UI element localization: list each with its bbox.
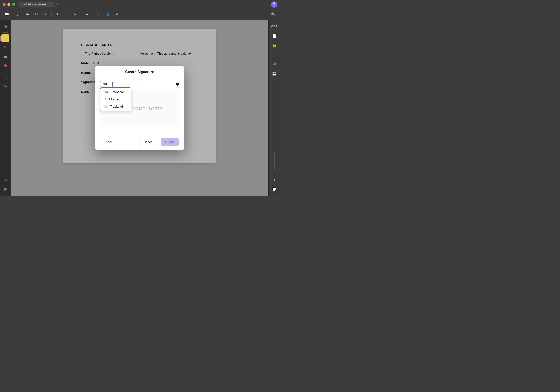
- user-avatar[interactable]: T: [271, 1, 277, 8]
- text-tool-icon[interactable]: T: [42, 11, 49, 18]
- tab-title: marketing-agreement: [22, 3, 47, 6]
- keyboard-option-label: Keyboard: [110, 90, 124, 94]
- trackpad-option-icon: ⬜: [104, 105, 108, 108]
- dialog-footer: Clear Cancel Create: [95, 135, 184, 150]
- maximize-button[interactable]: [12, 3, 15, 6]
- sidebar-divider-1: [3, 32, 8, 32]
- scrollbar[interactable]: [274, 152, 275, 170]
- pen-tool-icon[interactable]: ✒: [84, 11, 90, 18]
- keyboard-icon: ⌨: [103, 83, 107, 86]
- person-tool-icon[interactable]: 👤: [105, 11, 111, 18]
- close-button[interactable]: [3, 3, 6, 6]
- right-sidebar: OCR 📄 🔒 ↑ ✉ 💾 ✦ 💬: [268, 20, 280, 196]
- stamp-tool-icon[interactable]: 🖋: [114, 11, 120, 18]
- star-icon[interactable]: ✦: [270, 176, 279, 184]
- sidebar-panel-icon[interactable]: ⊞: [1, 22, 10, 30]
- sidebar-layers-icon[interactable]: ◫: [1, 73, 10, 81]
- method-mouse-option[interactable]: 🖱 Mouse: [100, 96, 131, 103]
- sidebar-divider-2: [3, 71, 8, 71]
- sidebar-list-icon[interactable]: ☰: [1, 52, 10, 60]
- keyboard-option-icon: ⌨: [104, 90, 108, 94]
- save-disk-icon[interactable]: 💾: [270, 69, 279, 78]
- export-file-icon[interactable]: 📄: [270, 32, 279, 40]
- shape-tool-icon[interactable]: ○: [96, 11, 102, 18]
- toolbar-divider-3: [81, 12, 81, 17]
- sidebar-bottom: ⧉ ⚑: [1, 176, 10, 193]
- text-bold-tool-icon[interactable]: T: [54, 11, 60, 18]
- text-box-tool-icon[interactable]: ▭: [63, 11, 70, 18]
- chat-icon[interactable]: 💬: [270, 185, 279, 193]
- mouse-option-icon: 🖱: [104, 98, 107, 101]
- new-tab-button[interactable]: +: [55, 1, 60, 7]
- color-picker-dot[interactable]: [176, 83, 179, 86]
- strikethrough-tool-icon[interactable]: S: [24, 11, 31, 18]
- method-dropdown: ⌨ Keyboard 🖱 Mouse ⬜ Trackpad: [100, 88, 131, 111]
- share-upload-icon[interactable]: ↑: [270, 51, 279, 59]
- method-trackpad-option[interactable]: ⬜ Trackpad: [100, 103, 131, 110]
- toolbar-divider-2: [51, 12, 52, 17]
- align-tool-icon[interactable]: ≡: [72, 11, 79, 18]
- underline-tool-icon[interactable]: U: [33, 11, 40, 18]
- dialog-body: ⌨ ▾ ⌨ Keyboard 🖱: [95, 77, 184, 135]
- secure-lock-icon[interactable]: 🔒: [270, 41, 279, 49]
- sidebar-stamp-icon[interactable]: ⊙: [1, 82, 10, 90]
- document-area: SIGNATURE AND D - The Parties hereby a A…: [11, 20, 268, 196]
- tab-marketing-agreement[interactable]: marketing-agreement ×: [19, 1, 54, 7]
- method-dropdown-button[interactable]: ⌨ ▾: [100, 81, 113, 88]
- method-keyboard-option[interactable]: ⌨ Keyboard: [100, 88, 131, 96]
- comment-tool-icon[interactable]: 💬: [4, 11, 10, 18]
- highlight-tool-icon[interactable]: 🖊: [15, 11, 22, 18]
- dropdown-chevron-icon: ▾: [109, 83, 110, 85]
- tab-close-button[interactable]: ×: [49, 3, 50, 6]
- toolbar-divider-4: [93, 12, 93, 17]
- mouse-option-label: Mouse: [109, 98, 119, 101]
- sidebar-edit-icon[interactable]: 🖊: [1, 34, 10, 42]
- trackpad-option-label: Trackpad: [110, 105, 123, 108]
- create-button[interactable]: Create: [161, 138, 179, 146]
- dialog-overlay: Create Signature ⌨ ▾ ⌨: [11, 20, 268, 196]
- mail-icon[interactable]: ✉: [270, 60, 279, 68]
- search-button[interactable]: 🔍: [270, 11, 276, 18]
- clear-button[interactable]: Clear: [100, 138, 117, 146]
- create-signature-dialog: Create Signature ⌨ ▾ ⌨: [95, 66, 184, 150]
- app-window: marketing-agreement × + T 💬 🖊 S U T T ▭ …: [0, 0, 280, 196]
- minimize-button[interactable]: [7, 3, 10, 6]
- sidebar-form-icon[interactable]: ✎: [1, 43, 10, 51]
- titlebar: marketing-agreement × + T: [0, 0, 280, 9]
- cancel-button[interactable]: Cancel: [139, 138, 158, 146]
- tab-bar: marketing-agreement × +: [19, 1, 60, 7]
- method-selector: ⌨ ▾ ⌨ Keyboard 🖱: [100, 81, 179, 88]
- ocr-icon[interactable]: OCR: [270, 22, 279, 30]
- main-area: ⊞ 🖊 ✎ ☰ 🔖 ◫ ⊙ ⧉ ⚑ SIGNATURE AND D - Th: [0, 20, 280, 196]
- sidebar-bookmark-icon[interactable]: 🔖: [1, 61, 10, 69]
- toolbar: 💬 🖊 S U T T ▭ ≡ ✒ ○ 👤 🖋 🔍: [0, 9, 280, 20]
- left-sidebar: ⊞ 🖊 ✎ ☰ 🔖 ◫ ⊙ ⧉ ⚑: [0, 20, 11, 196]
- sidebar-flag-icon[interactable]: ⚑: [1, 185, 10, 193]
- traffic-lights: [3, 3, 15, 6]
- sidebar-stack-icon[interactable]: ⧉: [1, 176, 10, 184]
- dialog-title: Create Signature: [95, 66, 184, 77]
